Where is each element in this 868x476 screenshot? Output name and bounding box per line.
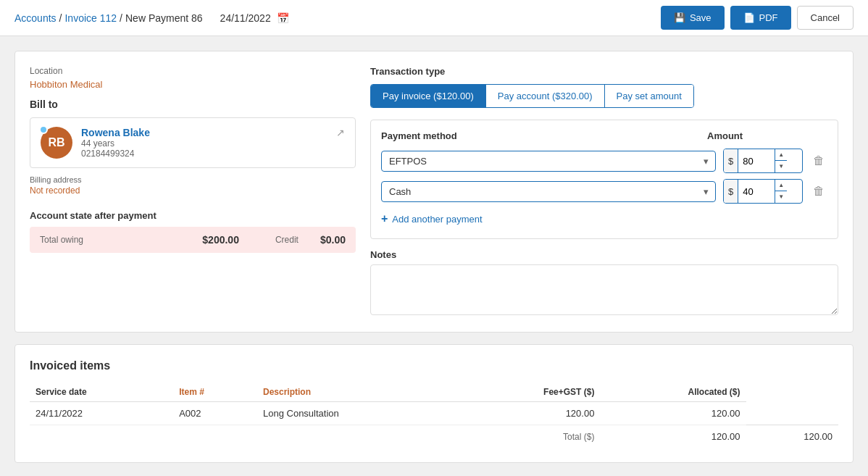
- row-item-no: A002: [173, 402, 257, 425]
- table-row: 24/11/2022 A002 Long Consultation 120.00…: [30, 402, 838, 425]
- total-label-cell: Total ($): [457, 425, 600, 448]
- notes-section: Notes: [370, 249, 838, 317]
- payment-method-label: Payment method: [381, 130, 707, 141]
- amount-1-spin-up[interactable]: ▲: [775, 149, 787, 161]
- row-description: Long Consultation: [257, 402, 457, 425]
- row-service-date: 24/11/2022: [30, 402, 173, 425]
- breadcrumb-accounts[interactable]: Accounts: [14, 12, 57, 24]
- payment-methods-section: Payment method Amount EFTPOS Cash Cheque…: [370, 120, 838, 239]
- transaction-type-label: Transaction type: [370, 66, 838, 77]
- payment-method-1-select[interactable]: EFTPOS Cash Cheque Credit Card Bank Tran…: [381, 151, 716, 172]
- pdf-label: PDF: [759, 12, 778, 23]
- col-fee-gst: Fee+GST ($): [457, 383, 600, 402]
- pm-header: Payment method Amount: [381, 130, 827, 141]
- invoiced-items-table: Service date Item # Description Fee+GST …: [30, 383, 838, 448]
- location-name[interactable]: Hobbiton Medical: [30, 79, 356, 90]
- account-state-row: Total owing $200.00 Credit $0.00: [30, 227, 356, 253]
- breadcrumb: Accounts / Invoice 112 / New Payment 86: [14, 12, 203, 24]
- total-owing-amount: $200.00: [202, 234, 239, 246]
- amount-2-spin-up[interactable]: ▲: [775, 180, 787, 191]
- delete-payment-1-button[interactable]: 🗑: [810, 151, 827, 170]
- avatar-initials: RB: [48, 136, 64, 149]
- amount-1-input[interactable]: [738, 153, 775, 170]
- col-service-date: Service date: [30, 383, 173, 402]
- amount-2-input[interactable]: [738, 183, 775, 200]
- amount-1-spin-down[interactable]: ▼: [775, 161, 787, 172]
- add-another-payment-button[interactable]: + Add another payment: [381, 209, 483, 228]
- payment-row-2: EFTPOS Cash Cheque Credit Card Bank Tran…: [381, 179, 827, 204]
- avatar-status-dot: [39, 125, 48, 134]
- amount-2-spinners: ▲ ▼: [775, 180, 787, 203]
- billing-address-label: Billing address: [30, 175, 356, 184]
- notes-label: Notes: [370, 249, 838, 260]
- plus-icon: +: [381, 212, 388, 225]
- notes-textarea[interactable]: [370, 264, 838, 315]
- cancel-button[interactable]: Cancel: [797, 6, 854, 30]
- credit-amount: $0.00: [320, 234, 346, 246]
- patient-name[interactable]: Rowena Blake: [81, 127, 345, 138]
- col-allocated: Allocated ($): [600, 383, 746, 402]
- payment-row-1: EFTPOS Cash Cheque Credit Card Bank Tran…: [381, 149, 827, 173]
- top-actions: 💾 Save 📄 PDF Cancel: [661, 6, 854, 30]
- top-bar: Accounts / Invoice 112 / New Payment 86 …: [0, 0, 868, 36]
- sep2: /: [120, 12, 122, 24]
- patient-card: RB Rowena Blake 44 years 02184499324 ↗: [30, 117, 356, 168]
- tx-pay-set-amount-button[interactable]: Pay set amount: [605, 85, 693, 107]
- patient-age: 44 years: [81, 138, 345, 149]
- save-icon: 💾: [674, 12, 685, 23]
- payment-method-1-wrapper: EFTPOS Cash Cheque Credit Card Bank Tran…: [381, 151, 716, 172]
- total-owing-label: Total owing: [40, 235, 188, 245]
- top-card: Location Hobbiton Medical Bill to RB Row…: [14, 51, 854, 333]
- tx-pay-account-button[interactable]: Pay account ($320.00): [486, 85, 605, 107]
- pdf-button[interactable]: 📄 PDF: [730, 6, 791, 30]
- bill-to-title: Bill to: [30, 99, 356, 110]
- add-payment-label: Add another payment: [392, 214, 482, 225]
- row-allocated: 120.00: [600, 402, 746, 425]
- main-content: Location Hobbiton Medical Bill to RB Row…: [0, 36, 868, 476]
- two-col-layout: Location Hobbiton Medical Bill to RB Row…: [30, 66, 838, 317]
- col-item-no: Item #: [173, 383, 257, 402]
- amount-1-spinners: ▲ ▼: [775, 149, 787, 172]
- payment-method-2-wrapper: EFTPOS Cash Cheque Credit Card Bank Tran…: [381, 181, 716, 202]
- transaction-type-buttons: Pay invoice ($120.00) Pay account ($320.…: [370, 84, 694, 108]
- amount-1-wrapper: $ ▲ ▼: [723, 149, 803, 173]
- right-column: Transaction type Pay invoice ($120.00) P…: [370, 66, 838, 317]
- invoiced-items-title: Invoiced items: [30, 359, 838, 372]
- patient-phone: 02184499324: [81, 149, 345, 159]
- save-button[interactable]: 💾 Save: [661, 6, 725, 30]
- col-description: Description: [257, 383, 457, 402]
- avatar: RB: [41, 127, 72, 159]
- breadcrumb-invoice[interactable]: Invoice 112: [64, 12, 117, 24]
- delete-payment-2-button[interactable]: 🗑: [810, 182, 827, 201]
- total-allocated-cell: 120.00: [746, 425, 838, 448]
- row-fee-gst: 120.00: [457, 402, 600, 425]
- date-section: 24/11/2022 📅: [220, 12, 289, 24]
- amount-2-wrapper: $ ▲ ▼: [723, 179, 803, 204]
- breadcrumb-new-payment: New Payment 86: [125, 12, 203, 24]
- calendar-icon[interactable]: 📅: [277, 12, 289, 24]
- table-total-row: Total ($) 120.00 120.00: [30, 425, 838, 448]
- invoiced-items-card: Invoiced items Service date Item # Descr…: [14, 344, 854, 463]
- left-column: Location Hobbiton Medical Bill to RB Row…: [30, 66, 356, 317]
- tx-pay-invoice-button[interactable]: Pay invoice ($120.00): [371, 85, 486, 107]
- sep1: /: [59, 12, 62, 24]
- total-fee-gst-cell: 120.00: [600, 425, 746, 448]
- credit-label: Credit: [275, 235, 299, 245]
- patient-info: Rowena Blake 44 years 02184499324: [81, 127, 345, 159]
- header-date: 24/11/2022: [220, 12, 271, 24]
- breadcrumb-date-wrap: Accounts / Invoice 112 / New Payment 86 …: [14, 12, 289, 24]
- amount-2-dollar: $: [724, 180, 738, 203]
- payment-method-2-select[interactable]: EFTPOS Cash Cheque Credit Card Bank Tran…: [381, 181, 716, 202]
- amount-1-dollar: $: [724, 149, 738, 172]
- amount-label: Amount: [707, 130, 801, 141]
- amount-2-spin-down[interactable]: ▼: [775, 191, 787, 203]
- table-header-row: Service date Item # Description Fee+GST …: [30, 383, 838, 402]
- account-state-section: Account state after payment Total owing …: [30, 210, 356, 253]
- account-state-title: Account state after payment: [30, 210, 356, 221]
- save-label: Save: [690, 12, 711, 23]
- share-icon[interactable]: ↗: [336, 127, 345, 138]
- location-label: Location: [30, 66, 356, 76]
- pdf-icon: 📄: [743, 12, 755, 23]
- billing-address-value: Not recorded: [30, 185, 356, 196]
